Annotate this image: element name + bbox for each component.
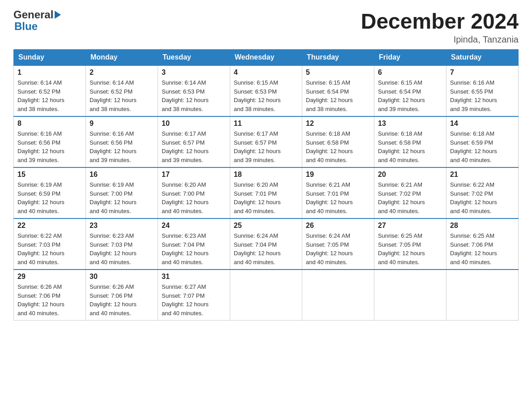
- daylight-label: Daylight: 12 hours: [234, 199, 281, 206]
- day-info: Sunrise: 6:16 AM Sunset: 6:56 PM Dayligh…: [17, 129, 82, 164]
- table-row: 18 Sunrise: 6:20 AM Sunset: 7:01 PM Dayl…: [230, 167, 302, 218]
- sunrise-label: Sunrise: 6:18 AM: [378, 130, 422, 137]
- daylight-label: Daylight: 12 hours: [17, 301, 64, 308]
- col-tuesday: Tuesday: [158, 50, 230, 66]
- table-row: 30 Sunrise: 6:26 AM Sunset: 7:06 PM Dayl…: [86, 270, 158, 321]
- daylight-minutes: and 40 minutes.: [234, 208, 275, 214]
- day-number: 4: [234, 68, 298, 77]
- sunset-label: Sunset: 6:55 PM: [450, 88, 493, 95]
- daylight-label: Daylight: 12 hours: [162, 301, 209, 308]
- table-row: 27 Sunrise: 6:25 AM Sunset: 7:05 PM Dayl…: [374, 218, 446, 270]
- daylight-minutes: and 39 minutes.: [90, 157, 131, 163]
- daylight-minutes: and 40 minutes.: [450, 259, 492, 265]
- sunset-label: Sunset: 6:58 PM: [378, 139, 421, 146]
- day-info: Sunrise: 6:18 AM Sunset: 6:58 PM Dayligh…: [306, 129, 370, 164]
- sunset-label: Sunset: 7:06 PM: [90, 292, 133, 299]
- daylight-label: Daylight: 12 hours: [162, 97, 209, 103]
- sunrise-label: Sunrise: 6:14 AM: [17, 79, 62, 86]
- daylight-minutes: and 40 minutes.: [450, 208, 492, 214]
- daylight-label: Daylight: 12 hours: [90, 250, 137, 257]
- daylight-label: Daylight: 12 hours: [234, 148, 281, 154]
- daylight-minutes: and 38 minutes.: [306, 106, 348, 112]
- daylight-minutes: and 40 minutes.: [450, 157, 492, 163]
- day-info: Sunrise: 6:14 AM Sunset: 6:52 PM Dayligh…: [90, 78, 154, 113]
- sunrise-label: Sunrise: 6:23 AM: [90, 232, 134, 239]
- sunset-label: Sunset: 6:54 PM: [306, 88, 349, 95]
- sunset-label: Sunset: 7:01 PM: [234, 190, 277, 197]
- day-info: Sunrise: 6:15 AM Sunset: 6:53 PM Dayligh…: [234, 78, 298, 113]
- sunset-label: Sunset: 7:04 PM: [234, 241, 277, 248]
- sunrise-label: Sunrise: 6:24 AM: [234, 232, 278, 239]
- day-info: Sunrise: 6:21 AM Sunset: 7:01 PM Dayligh…: [306, 180, 370, 215]
- daylight-minutes: and 40 minutes.: [90, 310, 131, 317]
- sunrise-label: Sunrise: 6:16 AM: [17, 130, 62, 137]
- sunset-label: Sunset: 7:05 PM: [378, 241, 421, 248]
- table-row: [230, 270, 302, 321]
- daylight-label: Daylight: 12 hours: [234, 97, 281, 103]
- day-number: 29: [17, 273, 82, 281]
- table-row: 24 Sunrise: 6:23 AM Sunset: 7:04 PM Dayl…: [158, 218, 230, 270]
- sunrise-label: Sunrise: 6:17 AM: [162, 130, 206, 137]
- day-info: Sunrise: 6:15 AM Sunset: 6:54 PM Dayligh…: [378, 78, 442, 113]
- day-number: 11: [234, 120, 298, 128]
- day-info: Sunrise: 6:27 AM Sunset: 7:07 PM Dayligh…: [162, 283, 226, 317]
- day-number: 16: [90, 171, 154, 179]
- sunset-label: Sunset: 6:52 PM: [17, 88, 60, 95]
- day-number: 21: [450, 171, 515, 179]
- day-number: 2: [90, 68, 154, 77]
- daylight-label: Daylight: 12 hours: [378, 97, 425, 103]
- daylight-minutes: and 40 minutes.: [378, 157, 420, 163]
- table-row: 8 Sunrise: 6:16 AM Sunset: 6:56 PM Dayli…: [14, 116, 86, 167]
- table-row: [374, 270, 446, 321]
- daylight-label: Daylight: 12 hours: [90, 199, 137, 206]
- sunrise-label: Sunrise: 6:20 AM: [162, 181, 206, 188]
- logo-blue-text: Blue: [14, 20, 38, 32]
- daylight-label: Daylight: 12 hours: [17, 97, 64, 103]
- day-number: 23: [90, 222, 154, 230]
- daylight-label: Daylight: 12 hours: [90, 148, 137, 154]
- table-row: 5 Sunrise: 6:15 AM Sunset: 6:54 PM Dayli…: [302, 65, 374, 116]
- table-row: 20 Sunrise: 6:21 AM Sunset: 7:02 PM Dayl…: [374, 167, 446, 218]
- calendar-week-2: 8 Sunrise: 6:16 AM Sunset: 6:56 PM Dayli…: [14, 116, 519, 167]
- day-info: Sunrise: 6:20 AM Sunset: 7:00 PM Dayligh…: [162, 180, 226, 215]
- table-row: 6 Sunrise: 6:15 AM Sunset: 6:54 PM Dayli…: [374, 65, 446, 116]
- sunrise-label: Sunrise: 6:22 AM: [450, 181, 494, 188]
- daylight-label: Daylight: 12 hours: [450, 199, 497, 206]
- sunrise-label: Sunrise: 6:17 AM: [234, 130, 278, 137]
- table-row: [302, 270, 374, 321]
- daylight-minutes: and 40 minutes.: [90, 208, 131, 214]
- table-row: 2 Sunrise: 6:14 AM Sunset: 6:52 PM Dayli…: [86, 65, 158, 116]
- daylight-minutes: and 40 minutes.: [306, 259, 348, 265]
- table-row: 17 Sunrise: 6:20 AM Sunset: 7:00 PM Dayl…: [158, 167, 230, 218]
- day-number: 10: [162, 120, 226, 128]
- sunrise-label: Sunrise: 6:14 AM: [90, 79, 134, 86]
- day-info: Sunrise: 6:23 AM Sunset: 7:04 PM Dayligh…: [162, 231, 226, 266]
- sunset-label: Sunset: 6:52 PM: [90, 88, 133, 95]
- table-row: 16 Sunrise: 6:19 AM Sunset: 7:00 PM Dayl…: [86, 167, 158, 218]
- day-number: 13: [378, 120, 442, 128]
- sunrise-label: Sunrise: 6:20 AM: [234, 181, 278, 188]
- sunset-label: Sunset: 6:56 PM: [17, 139, 60, 146]
- sunset-label: Sunset: 6:56 PM: [90, 139, 133, 146]
- sunset-label: Sunset: 7:03 PM: [90, 241, 133, 248]
- day-number: 9: [90, 120, 154, 128]
- day-info: Sunrise: 6:24 AM Sunset: 7:04 PM Dayligh…: [234, 231, 298, 266]
- daylight-minutes: and 38 minutes.: [162, 106, 203, 112]
- table-row: 28 Sunrise: 6:25 AM Sunset: 7:06 PM Dayl…: [446, 218, 519, 270]
- day-info: Sunrise: 6:18 AM Sunset: 6:58 PM Dayligh…: [378, 129, 442, 164]
- daylight-label: Daylight: 12 hours: [378, 250, 425, 257]
- daylight-label: Daylight: 12 hours: [450, 148, 497, 154]
- sunrise-label: Sunrise: 6:18 AM: [450, 130, 494, 137]
- day-number: 3: [162, 68, 226, 77]
- day-number: 1: [17, 68, 82, 77]
- day-info: Sunrise: 6:16 AM Sunset: 6:55 PM Dayligh…: [450, 78, 515, 113]
- daylight-minutes: and 38 minutes.: [17, 106, 59, 112]
- daylight-label: Daylight: 12 hours: [306, 199, 353, 206]
- day-info: Sunrise: 6:26 AM Sunset: 7:06 PM Dayligh…: [17, 283, 82, 317]
- col-monday: Monday: [86, 50, 158, 66]
- day-number: 20: [378, 171, 442, 179]
- col-saturday: Saturday: [446, 50, 519, 66]
- table-row: 13 Sunrise: 6:18 AM Sunset: 6:58 PM Dayl…: [374, 116, 446, 167]
- sunrise-label: Sunrise: 6:16 AM: [90, 130, 134, 137]
- day-info: Sunrise: 6:14 AM Sunset: 6:52 PM Dayligh…: [17, 78, 82, 113]
